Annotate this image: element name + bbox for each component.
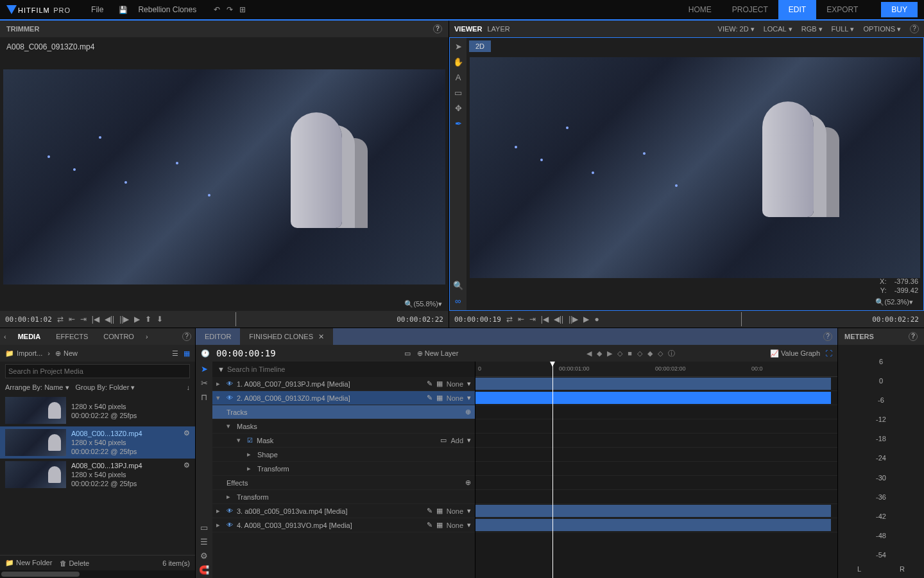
tab-project[interactable]: PROJECT: [722, 0, 778, 19]
kf-nav-icon[interactable]: ◆: [597, 349, 602, 358]
timeline-timecode[interactable]: 00:00:00:19: [216, 348, 276, 358]
full-dropdown[interactable]: FULL ▾: [832, 25, 855, 33]
search-icon[interactable]: 🔍: [875, 298, 884, 306]
step-fwd-icon[interactable]: ||▶: [119, 315, 129, 324]
trimmer-playhead[interactable]: [235, 312, 236, 326]
layer-mask[interactable]: ▾☑Mask▭Add▾: [212, 434, 475, 448]
timeline-clip[interactable]: [475, 378, 831, 390]
add-icon[interactable]: ⊕: [465, 408, 471, 416]
layer-masks[interactable]: ▾Masks: [212, 419, 475, 434]
new-folder-button[interactable]: 📁 New Folder: [5, 559, 52, 567]
gear-icon[interactable]: ⚙: [184, 429, 190, 437]
layer-row[interactable]: ▸👁4. A008_C003_0913VO.mp4 [Media]✎▦None▾: [212, 518, 475, 532]
timeline-tracks[interactable]: 0 00:00:01:00 00:00:02:00 00:0: [475, 362, 837, 578]
buy-button[interactable]: BUY: [881, 2, 918, 17]
next-kf-icon[interactable]: ▶: [607, 349, 612, 358]
media-item[interactable]: A008_C00...13PJ.mp41280 x 540 pixels00:0…: [0, 459, 195, 491]
kf-icon[interactable]: ■: [628, 349, 632, 357]
hand-tool-icon[interactable]: ✋: [453, 57, 463, 67]
kf-icon[interactable]: ◇: [617, 349, 622, 358]
layer-row[interactable]: ▾👁2. A008_C006_0913Z0.mp4 [Media]✎▦None▾: [212, 391, 475, 405]
tab-controls[interactable]: CONTRO: [96, 333, 142, 340]
snap-tool-icon[interactable]: ⊓: [199, 392, 209, 403]
options-dropdown[interactable]: OPTIONS ▾: [863, 25, 901, 33]
tab-editor[interactable]: EDITOR: [196, 328, 240, 345]
step-back-icon[interactable]: ◀||: [554, 315, 563, 324]
play-icon[interactable]: ▶: [583, 315, 589, 324]
loop-icon[interactable]: ⇄: [57, 315, 64, 324]
media-search-input[interactable]: [5, 364, 190, 378]
chevron-right-icon[interactable]: ›: [47, 349, 50, 357]
viewer-playhead[interactable]: [741, 312, 742, 326]
select-tool-icon[interactable]: ➤: [453, 42, 463, 52]
tab-finished-clones[interactable]: FINISHED CLONES ✕: [240, 328, 333, 345]
kf-icon[interactable]: ◆: [647, 349, 653, 358]
magnet-icon[interactable]: 🧲: [199, 565, 209, 575]
step-fwd-icon[interactable]: ||▶: [569, 315, 578, 324]
undo-icon[interactable]: ↶: [214, 5, 220, 14]
layer-row[interactable]: ▸👁1. A008_C007_0913PJ.mp4 [Media]✎▦None▾: [212, 377, 475, 391]
layer-effects[interactable]: Effects⊕: [212, 476, 475, 490]
timeline-clip[interactable]: [475, 392, 831, 404]
info-icon[interactable]: ⓘ: [668, 349, 675, 358]
kf-icon[interactable]: ◇: [637, 349, 642, 358]
redo-icon[interactable]: ↷: [227, 5, 233, 14]
viewer-tab-layer[interactable]: LAYER: [487, 25, 509, 33]
list-view-icon[interactable]: ☰: [172, 349, 178, 358]
trimmer-video-frame[interactable]: [3, 69, 445, 285]
overlay-icon[interactable]: ▭: [404, 349, 411, 358]
viewer-2d-tab[interactable]: 2D: [469, 40, 491, 52]
layer-transform[interactable]: ▸Transform: [212, 490, 475, 504]
layer-transform[interactable]: ▸Transform: [212, 462, 475, 476]
track-icon[interactable]: ☰: [199, 537, 209, 547]
timeline-ruler[interactable]: 0 00:00:01:00 00:00:02:00 00:0: [475, 362, 837, 377]
trimmer-zoom[interactable]: (55.8%): [413, 300, 438, 308]
record-icon[interactable]: ●: [594, 315, 599, 324]
scrollbar[interactable]: [0, 570, 195, 578]
help-icon[interactable]: ?: [182, 332, 191, 341]
link-tool-icon[interactable]: ∞: [453, 296, 463, 306]
add-icon[interactable]: ⊕: [465, 478, 471, 487]
expand-icon[interactable]: ⛶: [825, 349, 832, 357]
mask-tool-icon[interactable]: ▭: [453, 88, 463, 98]
loop-icon[interactable]: ⇄: [506, 315, 513, 324]
select-tool-icon[interactable]: ➤: [199, 364, 209, 374]
text-tool-icon[interactable]: A: [453, 73, 463, 83]
new-button[interactable]: ⊕ New: [55, 349, 78, 358]
skip-start-icon[interactable]: ⇤: [518, 315, 524, 324]
search-icon[interactable]: 🔍: [404, 300, 413, 308]
tab-export[interactable]: EXPORT: [816, 0, 868, 19]
tab-home[interactable]: HOME: [678, 0, 722, 19]
timeline-clip[interactable]: [475, 519, 831, 531]
project-name[interactable]: Rebellion Clones: [130, 5, 204, 14]
menu-file[interactable]: File: [83, 5, 111, 14]
help-icon[interactable]: ?: [909, 332, 918, 341]
layer-row[interactable]: ▸👁3. a008_c005_0913va.mp4 [Media]✎▦None▾: [212, 504, 475, 518]
help-icon[interactable]: ?: [823, 332, 832, 341]
zoom-tool-icon[interactable]: 🔍: [453, 281, 463, 291]
skip-start-icon[interactable]: ⇤: [69, 315, 75, 324]
skip-end-icon[interactable]: ⇥: [529, 315, 536, 324]
layer-shape[interactable]: ▸Shape: [212, 448, 475, 462]
layer-tracks[interactable]: Tracks⊕: [212, 405, 475, 419]
grid-icon[interactable]: ⊞: [239, 5, 246, 14]
media-item[interactable]: 1280 x 540 pixels00:00:02:22 @ 25fps: [0, 394, 195, 426]
help-icon[interactable]: ?: [910, 24, 919, 33]
arrange-dropdown[interactable]: Arrange By: Name ▾: [5, 383, 69, 392]
slice-tool-icon[interactable]: ✂: [199, 378, 209, 389]
viewer-video-frame[interactable]: [470, 57, 920, 278]
chevron-left-icon[interactable]: ‹: [0, 333, 10, 340]
local-dropdown[interactable]: LOCAL ▾: [764, 25, 792, 33]
overlay-icon[interactable]: ⬇: [157, 315, 163, 324]
save-icon[interactable]: 💾: [119, 6, 128, 14]
view-mode-dropdown[interactable]: VIEW: 2D ▾: [718, 25, 755, 33]
playhead[interactable]: [552, 362, 553, 578]
gear-icon[interactable]: ⚙: [199, 551, 209, 561]
import-button[interactable]: 📁 Import...: [5, 349, 42, 358]
new-layer-button[interactable]: ⊕ New Layer: [417, 349, 459, 358]
trimmer-preview[interactable]: A008_C006_0913Z0.mp4 🔍 (55.8%) ▾: [0, 37, 449, 311]
sort-icon[interactable]: ↓: [187, 383, 191, 392]
track-icon[interactable]: ▭: [199, 523, 209, 533]
tab-effects[interactable]: EFFECTS: [48, 333, 96, 340]
delete-button[interactable]: 🗑 Delete: [60, 559, 89, 567]
